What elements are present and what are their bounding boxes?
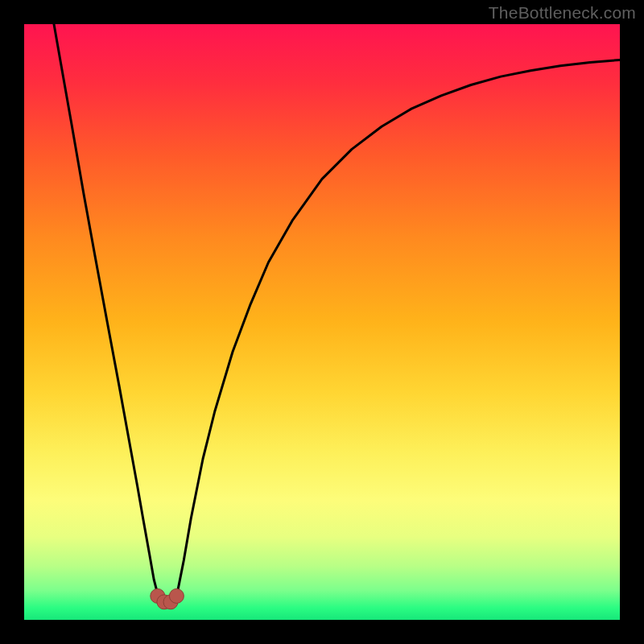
plot-area: [24, 24, 620, 620]
minimum-dots: [151, 588, 184, 609]
minimum-dot: [169, 588, 184, 603]
watermark-text: TheBottleneck.com: [489, 3, 636, 23]
bottleneck-curve: [54, 24, 620, 602]
chart-frame: TheBottleneck.com: [0, 0, 644, 644]
curve-svg: [24, 24, 620, 620]
